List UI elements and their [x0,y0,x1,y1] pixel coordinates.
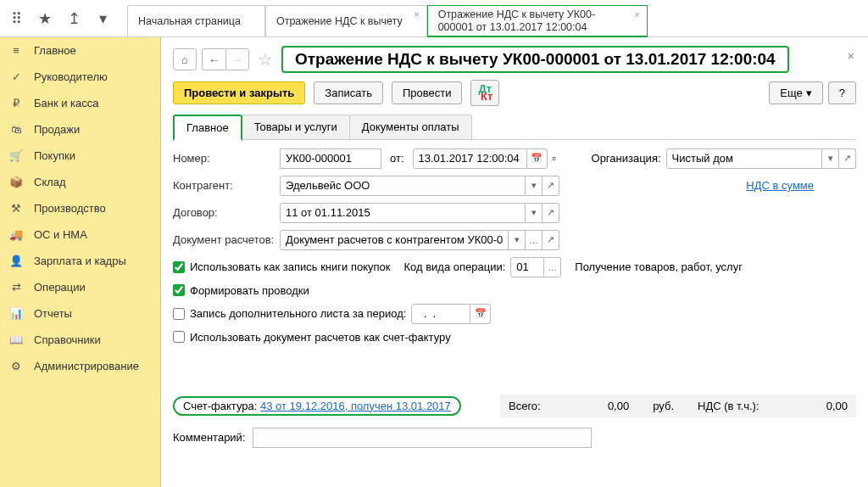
close-icon[interactable]: × [634,9,639,20]
more-button[interactable]: Еще ▾ [769,81,822,104]
star-icon[interactable]: ☆ [254,49,276,70]
settledoc-input[interactable] [280,230,509,250]
chk-posting[interactable]: Формировать проводки [173,284,309,297]
sidebar-item-reports[interactable]: 📊Отчеты [0,300,160,327]
help-button[interactable]: ? [828,81,856,104]
sidebar-item-main[interactable]: ≡Главное [0,37,160,64]
comment-row: Комментарий: [173,428,856,448]
tab-start-page[interactable]: Начальная страница [127,5,265,36]
chevron-down-icon: ▾ [806,87,812,99]
topbar-left: ⠿ ★ ↥ ▾ [0,0,119,36]
totals-block: Всего: 0,00 руб. НДС (в т.ч.): 0,00 [500,395,856,417]
opcode-input[interactable] [510,257,544,277]
main-area: ≡Главное ✓Руководителю ₽Банк и касса 🛍Пр… [0,37,868,487]
dropdown-icon[interactable]: ▾ [526,203,542,223]
dropdown-icon[interactable]: ▾ [526,176,542,196]
invoice-block: Счет-фактура: 43 от 19.12.2016, получен … [173,396,461,416]
chk-label: Использовать как запись книги покупок [190,260,390,273]
settledoc-row: Документ расчетов: ▾ … ↗ [173,230,856,250]
counterparty-input[interactable] [280,176,526,196]
open-icon[interactable]: ↗ [542,203,559,223]
extra-date-group: 📅 [411,304,491,324]
sidebar-item-admin[interactable]: ⚙Администрирование [0,353,160,379]
sidebar-label: Покупки [34,149,75,162]
sidebar-item-purchases[interactable]: 🛒Покупки [0,143,160,169]
chk-book-purchase[interactable]: Использовать как запись книги покупок [173,260,390,273]
sidebar-item-hr[interactable]: 👤Зарплата и кадры [0,248,160,274]
home-button[interactable]: ⌂ [173,48,197,70]
close-icon[interactable]: × [414,9,419,20]
tab-vat-document[interactable]: Отражение НДС к вычету УК00-000001 от 13… [427,5,648,37]
contract-input[interactable] [280,203,526,223]
ellipsis-icon[interactable]: … [526,230,542,250]
write-button[interactable]: Записать [314,81,383,104]
chk-extra-sheet[interactable]: Запись дополнительного листа за период: [173,307,406,320]
sidebar-item-references[interactable]: 📖Справочники [0,327,160,353]
subtab-main[interactable]: Главное [173,115,242,141]
post-and-close-button[interactable]: Провести и закрыть [173,81,305,104]
gear-icon: ⚙ [8,360,24,372]
content-header: ⌂ ← → ☆ Отражение НДС к вычету УК00-0000… [173,46,856,73]
settledoc-label: Документ расчетов: [173,233,275,246]
calendar-icon[interactable]: 📅 [527,148,548,169]
post-button[interactable]: Провести [392,81,463,104]
back-button[interactable]: ← [202,48,225,70]
favorite-icon[interactable]: ★ [34,8,56,30]
sidebar-item-manager[interactable]: ✓Руководителю [0,64,160,90]
window-tabs: Начальная страница Отражение НДС к вычет… [119,0,868,36]
history-icon[interactable]: ↥ [63,8,85,30]
chk-label: Использовать документ расчетов как счет-… [190,331,451,344]
dropdown-icon[interactable]: ▾ [509,230,526,250]
comment-label: Комментарий: [173,431,246,444]
close-document-icon[interactable]: × [848,49,854,63]
vat-in-sum-link[interactable]: НДС в сумме [746,179,814,192]
chk-use-as-invoice[interactable]: Использовать документ расчетов как счет-… [173,331,451,344]
tab-label: Отражение НДС к вычету УК00-000001 от 13… [438,8,623,34]
swap-icon: ⇄ [8,281,24,294]
chk-label: Формировать проводки [190,284,309,297]
extra-date-input[interactable] [411,304,470,324]
org-input[interactable] [666,148,822,169]
content-area: × ⌂ ← → ☆ Отражение НДС к вычету УК00-00… [161,37,868,487]
dropdown-icon[interactable]: ▾ [92,8,114,30]
sidebar-item-sales[interactable]: 🛍Продажи [0,116,160,143]
more-label: Еще [780,87,802,99]
date-input[interactable] [413,148,527,169]
sidebar-label: Зарплата и кадры [34,255,126,267]
forward-button[interactable]: → [225,48,249,70]
chk-book-row: Использовать как запись книги покупок Ко… [173,257,856,277]
toolbar: Провести и закрыть Записать Провести Дт … [173,80,856,106]
sidebar-item-production[interactable]: ⚒Производство [0,195,160,221]
currency: руб. [653,400,674,412]
chk-posting-input[interactable] [173,284,185,296]
sidebar-item-assets[interactable]: 🚚ОС и НМА [0,221,160,248]
ellipsis-icon[interactable]: … [544,257,561,277]
page-title: Отражение НДС к вычету УК00-000001 от 13… [281,46,789,73]
invoice-link[interactable]: 43 от 19.12.2016, получен 13.01.2017 [260,400,451,412]
opcode-description: Получение товаров, работ, услуг [575,260,743,273]
open-icon[interactable]: ↗ [839,148,856,169]
open-icon[interactable]: ↗ [542,230,559,250]
sidebar-item-bank[interactable]: ₽Банк и касса [0,90,160,116]
dropdown-icon[interactable]: ▾ [822,148,839,169]
sidebar-item-warehouse[interactable]: 📦Склад [0,169,160,195]
top-bar: ⠿ ★ ↥ ▾ Начальная страница Отражение НДС… [0,0,868,37]
tab-vat-list[interactable]: Отражение НДС к вычету × [265,5,427,36]
chk-use-invoice-input[interactable] [173,331,185,343]
truck-icon: 🚚 [8,228,24,241]
comment-input[interactable] [253,428,592,448]
dtkt-button[interactable]: Дт Кт [470,80,499,106]
subtabs: Главное Товары и услуги Документы оплаты [173,115,856,140]
subtab-payments[interactable]: Документы оплаты [349,115,472,139]
chk-extra-input[interactable] [173,308,185,320]
open-icon[interactable]: ↗ [542,176,559,196]
apps-icon[interactable]: ⠿ [5,8,27,30]
sidebar-label: Справочники [34,333,101,346]
calendar-icon[interactable]: 📅 [470,304,491,324]
vat-value: 0,00 [826,400,848,412]
chart-icon: ✓ [8,70,24,83]
sidebar-item-operations[interactable]: ⇄Операции [0,274,160,300]
chk-book-purchase-input[interactable] [173,261,185,273]
subtab-goods[interactable]: Товары и услуги [242,115,350,139]
number-input[interactable] [280,148,381,169]
